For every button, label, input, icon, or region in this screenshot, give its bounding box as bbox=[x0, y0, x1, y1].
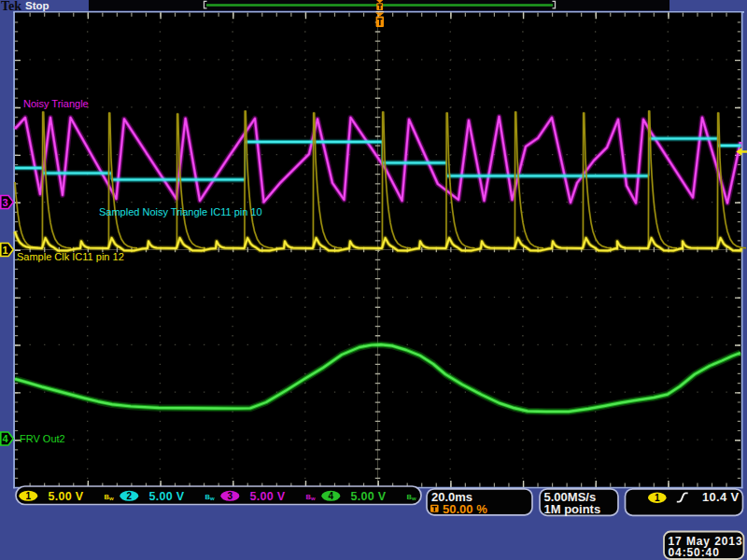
svg-text:4: 4 bbox=[3, 433, 9, 444]
svg-text:Sample Clk IC11 pin 12: Sample Clk IC11 pin 12 bbox=[17, 251, 124, 262]
svg-text:FRV Out2: FRV Out2 bbox=[20, 433, 65, 444]
svg-text:04:50:40: 04:50:40 bbox=[669, 546, 720, 559]
svg-text:10.4 V: 10.4 V bbox=[702, 490, 739, 504]
svg-text:2: 2 bbox=[127, 491, 133, 501]
svg-text:50.00 %: 50.00 % bbox=[443, 502, 487, 516]
svg-text:5.00 V: 5.00 V bbox=[49, 490, 84, 503]
svg-text:5.00 V: 5.00 V bbox=[351, 490, 387, 503]
svg-text:3: 3 bbox=[228, 491, 233, 501]
svg-text:5.00 V: 5.00 V bbox=[250, 490, 286, 503]
svg-text:Stop: Stop bbox=[25, 0, 49, 11]
svg-text:1: 1 bbox=[655, 493, 660, 503]
svg-text:5.00 V: 5.00 V bbox=[149, 490, 185, 503]
svg-text:3: 3 bbox=[3, 197, 8, 208]
svg-text:1: 1 bbox=[3, 245, 8, 256]
svg-text:1M points: 1M points bbox=[544, 502, 601, 516]
svg-text:1: 1 bbox=[26, 491, 32, 501]
svg-text:Noisy Triangle: Noisy Triangle bbox=[23, 98, 89, 109]
svg-text:Sampled Noisy Triangle IC11 pi: Sampled Noisy Triangle IC11 pin 10 bbox=[99, 206, 262, 217]
svg-text:Tek: Tek bbox=[1, 0, 21, 13]
svg-text:4: 4 bbox=[329, 491, 334, 501]
